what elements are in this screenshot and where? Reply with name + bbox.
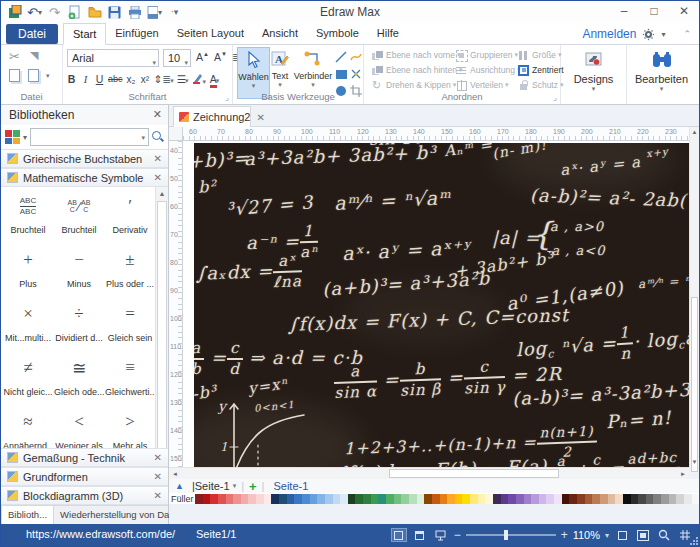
line-spacing-icon[interactable]: ⇕≣▾	[153, 72, 175, 86]
document-tab-close-icon[interactable]: ✕	[257, 112, 265, 123]
color-swatch[interactable]	[264, 494, 272, 504]
symbol-dividiert-d-[interactable]: ÷Dividiert d...	[54, 301, 104, 343]
color-swatch[interactable]	[409, 494, 417, 504]
color-swatch[interactable]	[684, 494, 692, 504]
drawing-viewport[interactable]: sin 30°+b)³=a³+3a²b+ 3ab²+ b³Aₙᵐ =(n- m)…	[183, 141, 689, 467]
font-family-select[interactable]: Arial▾	[67, 49, 159, 67]
active-page-tab[interactable]: Seite-1	[273, 480, 308, 492]
horizontal-scrollbar[interactable]: ◄ ►	[169, 467, 689, 479]
symbol-plus-oder-[interactable]: ±Plus oder ...	[105, 247, 155, 289]
zoom-slider[interactable]	[466, 534, 556, 536]
color-swatch[interactable]	[577, 494, 585, 504]
color-swatch[interactable]	[417, 494, 425, 504]
library-section-mathematische-symbole[interactable]: Mathematische Symbole✕	[1, 168, 168, 187]
color-swatch[interactable]	[631, 494, 639, 504]
presentation-view-icon[interactable]	[433, 528, 449, 542]
color-swatch[interactable]	[447, 494, 455, 504]
panel-tab-wiederherstellung[interactable]: Wiederherstellung von Dat...	[54, 506, 186, 524]
color-swatch[interactable]	[325, 494, 333, 504]
library-section-grundformen[interactable]: Grundformen✕	[1, 467, 168, 486]
color-swatch[interactable]	[600, 494, 608, 504]
add-page-button[interactable]: +	[249, 479, 257, 494]
library-section-gemaßung-technik[interactable]: Gemaßung - Technik✕	[1, 448, 168, 467]
color-swatch[interactable]	[470, 494, 478, 504]
color-swatch[interactable]	[279, 494, 287, 504]
arrange-ebene-nach-vorne[interactable]: Ebene nach vorne▾	[372, 50, 461, 61]
color-swatch[interactable]	[638, 494, 646, 504]
color-swatch[interactable]	[592, 494, 600, 504]
page-selector[interactable]: |Seite-1	[192, 480, 230, 492]
zoom-out-icon[interactable]: −	[454, 528, 461, 542]
page-view-icon[interactable]	[412, 528, 428, 542]
symbol-bruchteil[interactable]: ABCABCBruchteil	[3, 193, 53, 235]
color-swatch[interactable]	[287, 494, 295, 504]
cut-icon[interactable]: ✂	[9, 49, 20, 64]
color-swatch[interactable]	[271, 494, 279, 504]
zoom-level[interactable]: 110%	[573, 529, 600, 541]
maximize-button[interactable]: □	[639, 1, 669, 22]
fit-page-icon[interactable]	[614, 528, 630, 542]
color-swatch[interactable]	[661, 494, 669, 504]
paste-icon[interactable]	[9, 69, 20, 82]
arrange-dialog-launcher-icon[interactable]: ⌟	[553, 93, 557, 102]
color-swatch[interactable]	[218, 494, 226, 504]
menu-tab-einfügen[interactable]: Einfügen	[106, 23, 167, 45]
color-swatch[interactable]	[554, 494, 562, 504]
symbol-plus[interactable]: +Plus	[3, 247, 53, 289]
symbol-mehr-als[interactable]: >Mehr als	[105, 409, 155, 451]
arrange-drehen-kippen[interactable]: ↻Drehen & Kippen▾	[372, 80, 456, 91]
color-swatch[interactable]	[485, 494, 493, 504]
color-swatch[interactable]	[233, 494, 241, 504]
section-close-icon[interactable]: ✕	[154, 471, 162, 482]
arrange-ausrichtung[interactable]: Ausrichtung▾	[456, 65, 520, 76]
library-section-griechische-buchstaben[interactable]: Griechische Buchstaben✕	[1, 149, 168, 168]
libraries-panel-close-icon[interactable]: ✕	[153, 108, 162, 121]
format-italic[interactable]: I	[79, 73, 92, 86]
format-bold[interactable]: B	[65, 72, 78, 86]
color-swatch[interactable]	[455, 494, 463, 504]
color-swatch[interactable]	[294, 494, 302, 504]
format-strikethrough[interactable]: abc	[107, 73, 124, 85]
color-swatch[interactable]	[195, 494, 203, 504]
bullet-list-icon[interactable]: ☰▾	[176, 72, 190, 86]
redo-button[interactable]: ↷	[47, 5, 62, 20]
format-superscript[interactable]: x²	[139, 73, 152, 86]
color-swatch[interactable]	[333, 494, 341, 504]
symbol-annähernd-[interactable]: ≈Annähernd...	[3, 409, 53, 451]
color-swatch[interactable]	[546, 494, 554, 504]
color-swatch[interactable]	[539, 494, 547, 504]
highlight-pen-icon[interactable]: ▾	[191, 71, 208, 87]
edit-button[interactable]: Bearbeiten ▾	[627, 47, 696, 93]
color-swatch[interactable]	[203, 494, 211, 504]
color-swatch[interactable]	[653, 494, 661, 504]
color-swatch[interactable]	[363, 494, 371, 504]
arrange-zentriert[interactable]: Zentriert	[518, 65, 564, 76]
library-menu-icon[interactable]	[5, 130, 20, 144]
symbol-derivativ[interactable]: ′Derivativ	[105, 193, 155, 235]
color-swatch[interactable]	[317, 494, 325, 504]
symbol-bruchteil[interactable]: ABC⁄ABCBruchteil	[54, 193, 104, 235]
color-swatch[interactable]	[248, 494, 256, 504]
color-swatch[interactable]	[371, 494, 379, 504]
arrange-größe[interactable]: Größe▾	[518, 50, 562, 61]
print-button[interactable]	[127, 5, 142, 20]
format-painter-icon[interactable]: ◥	[30, 49, 38, 64]
menu-tab-ansicht[interactable]: Ansicht	[253, 23, 307, 45]
font-dialog-launcher-icon[interactable]: ⌟	[225, 93, 229, 102]
section-close-icon[interactable]: ✕	[154, 452, 162, 463]
library-search-input[interactable]: ▾	[30, 128, 149, 146]
color-swatch[interactable]	[256, 494, 264, 504]
color-swatch[interactable]	[210, 494, 218, 504]
color-swatch[interactable]	[569, 494, 577, 504]
color-swatch[interactable]	[401, 494, 409, 504]
curve-tool-icon[interactable]	[349, 49, 363, 65]
color-swatch[interactable]	[646, 494, 654, 504]
gear-icon[interactable]	[642, 28, 655, 41]
library-section-blockdiagramm-3d-[interactable]: Blockdiagramm (3D)✕	[1, 486, 168, 505]
color-swatch[interactable]	[355, 494, 363, 504]
symbol-gleichwerti-[interactable]: ≡Gleichwerti...	[105, 355, 155, 397]
color-swatch[interactable]	[462, 494, 470, 504]
color-swatch[interactable]	[562, 494, 570, 504]
menu-tab-hilfe[interactable]: Hilfe	[368, 23, 408, 45]
color-swatch[interactable]	[493, 494, 501, 504]
